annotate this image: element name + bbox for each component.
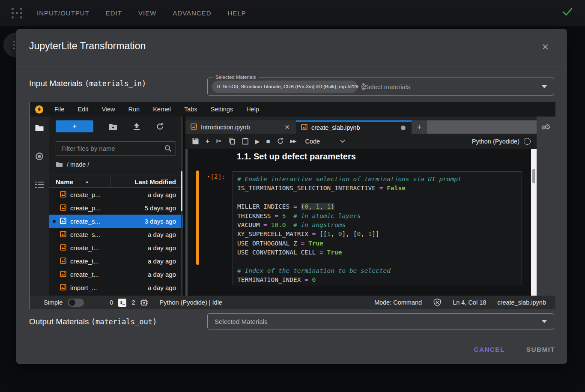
copy-cell-icon[interactable] <box>228 138 236 145</box>
app-menu-item[interactable]: VIEW <box>138 9 156 17</box>
command-mode-indicator[interactable]: Mode: Command <box>374 299 422 306</box>
refresh-icon[interactable] <box>156 123 164 131</box>
sort-ascending-icon[interactable]: ▲ <box>85 180 89 184</box>
code-line: THICKNESS = 5 # in atomic layers <box>237 212 522 221</box>
simple-mode-toggle[interactable] <box>68 299 84 307</box>
upload-icon[interactable] <box>133 123 140 130</box>
file-row[interactable]: create_t...a day ago <box>49 268 183 281</box>
file-name: create_t... <box>70 244 99 251</box>
cell-type-dropdown[interactable]: Code <box>305 138 320 145</box>
file-row[interactable]: create_s...a day ago <box>49 228 183 241</box>
file-name: create_p... <box>70 204 101 212</box>
tab-create-slab[interactable]: create_slab.ipynb <box>296 120 412 134</box>
jupyter-menu-item[interactable]: Run <box>128 106 140 113</box>
paste-cell-icon[interactable] <box>242 138 249 145</box>
file-list-scrollbar-thumb[interactable] <box>181 171 182 211</box>
jupyter-menu-item[interactable]: Kernel <box>153 106 171 113</box>
jupyter-menu-item[interactable]: File <box>54 106 64 113</box>
kernel-count[interactable]: 2 <box>131 299 135 306</box>
app-menu-item[interactable]: EDIT <box>106 9 122 17</box>
file-row[interactable]: create_t...a day ago <box>49 241 183 254</box>
jupyter-menu-item[interactable]: Tabs <box>184 106 197 113</box>
file-row[interactable]: create_t...a day ago <box>49 254 183 268</box>
jupyter-menubar: FileEditViewRunKernelTabsSettingsHelp <box>30 102 555 117</box>
column-last-modified[interactable]: Last Modified <box>134 178 176 186</box>
file-row[interactable]: create_s...3 days ago <box>49 215 183 228</box>
notebook-file-icon <box>60 231 66 239</box>
unsaved-dot-icon[interactable] <box>401 126 406 130</box>
code-line: USE_ORTHOGONAL_Z = True <box>237 239 522 248</box>
insert-cell-icon[interactable]: + <box>206 138 209 145</box>
app-menu-item[interactable]: ADVANCED <box>173 9 211 17</box>
new-launcher-button[interactable]: + <box>56 120 93 132</box>
code-line <box>237 193 522 202</box>
jupyterlite-logo-icon <box>35 105 43 114</box>
save-icon[interactable] <box>192 138 199 145</box>
code-cell-editor[interactable]: # Enable interactive selection of termin… <box>233 171 522 285</box>
breadcrumb-path: / made / <box>67 161 89 168</box>
tab-close-icon[interactable]: ✕ <box>284 123 290 131</box>
table-of-contents-tab-icon[interactable] <box>35 181 44 189</box>
cell-collapser-rail[interactable] <box>185 149 188 296</box>
restart-run-all-icon[interactable]: ▶▶ <box>290 138 296 144</box>
material-chip[interactable]: 0: SrTiO3, Strontium Titanate, CUB (Pm-3… <box>212 81 358 93</box>
app-logo-icon[interactable] <box>10 6 23 19</box>
column-name[interactable]: Name <box>56 178 73 186</box>
file-modified: a day ago <box>148 271 176 278</box>
cut-cell-icon[interactable]: ✂ <box>216 137 221 145</box>
add-tab-button[interactable]: + <box>412 120 427 134</box>
kernel-name-button[interactable]: Python (Pyodide) <box>472 138 519 145</box>
chevron-down-icon[interactable] <box>542 85 547 88</box>
notebook-toolbar: + ✂ ▶ ■ <box>185 134 537 149</box>
statusbar-filename[interactable]: create_slab.ipynb <box>497 299 546 306</box>
input-materials-select[interactable]: Selected Materials 0: SrTiO3, Strontium … <box>207 78 554 96</box>
restart-kernel-icon[interactable] <box>277 138 284 145</box>
select-materials-placeholder: Select materials <box>364 83 410 90</box>
running-kernels-tab-icon[interactable] <box>35 152 44 161</box>
tabbar-filler <box>427 120 537 134</box>
file-row[interactable]: create_p...a day ago <box>49 188 183 201</box>
cursor-position[interactable]: Ln 4, Col 18 <box>453 299 486 306</box>
code-line: USE_CONVENTIONAL_CELL = True <box>237 248 522 257</box>
kernel-status-icon[interactable] <box>524 138 531 145</box>
app-menu-item[interactable]: INPUT/OUTPUT <box>37 9 90 17</box>
notebook-file-icon <box>301 124 307 132</box>
file-row[interactable]: import_...a day ago <box>49 281 183 294</box>
file-modified: a day ago <box>148 284 176 291</box>
tab-introduction[interactable]: Introduction.ipynb ✕ <box>185 120 296 134</box>
output-materials-select[interactable]: Selected Materials <box>207 313 554 329</box>
jupyter-menu-item[interactable]: Help <box>246 106 259 113</box>
file-name: import_... <box>70 284 97 291</box>
file-modified: 3 days ago <box>145 218 176 225</box>
app-menu: INPUT/OUTPUTEDITVIEWADVANCEDHELP <box>37 9 246 17</box>
code-line: IS_TERMINATIONS_SELECTION_INTERACTIVE = … <box>237 184 522 193</box>
breadcrumb[interactable]: / made / <box>56 161 89 168</box>
success-check-icon <box>562 7 573 17</box>
run-cell-icon[interactable]: ▶ <box>255 138 260 145</box>
file-browser-tab-icon[interactable] <box>35 124 44 132</box>
kernel-status-text[interactable]: Python (Pyodide) | Idle <box>159 299 222 306</box>
cancel-button[interactable]: CANCEL <box>474 346 504 353</box>
settings-gears-icon[interactable]: ⚙⚙ <box>541 123 551 132</box>
new-folder-icon[interactable]: + <box>109 123 117 130</box>
jupyter-menu-item[interactable]: Settings <box>211 106 233 113</box>
markdown-heading: 1.1. Set up defect parameters <box>237 152 356 162</box>
trust-shield-icon[interactable] <box>433 298 442 307</box>
terminal-icon: $_ <box>118 299 126 307</box>
jupyter-menu-item[interactable]: Edit <box>78 106 88 113</box>
submit-button[interactable]: SUBMIT <box>526 346 555 353</box>
app-menu-item[interactable]: HELP <box>228 9 246 17</box>
chevron-down-icon[interactable] <box>542 320 547 323</box>
app-top-bar: INPUT/OUTPUTEDITVIEWADVANCEDHELP <box>0 0 585 26</box>
active-cell-indicator[interactable] <box>196 171 199 265</box>
file-row[interactable]: create_p...5 days ago <box>49 201 183 215</box>
filter-files-input[interactable] <box>56 145 164 152</box>
jupyter-menu-item[interactable]: View <box>101 106 115 113</box>
code-line: # Index of the termination to be selecte… <box>237 266 522 275</box>
stop-kernel-icon[interactable]: ■ <box>266 138 270 145</box>
output-select-label: Selected Materials <box>215 318 267 325</box>
close-icon[interactable]: ✕ <box>541 42 549 52</box>
notebook-scrollbar-thumb[interactable] <box>532 169 535 183</box>
terminal-count[interactable]: 0 <box>110 299 113 306</box>
chevron-down-icon[interactable] <box>340 139 346 143</box>
